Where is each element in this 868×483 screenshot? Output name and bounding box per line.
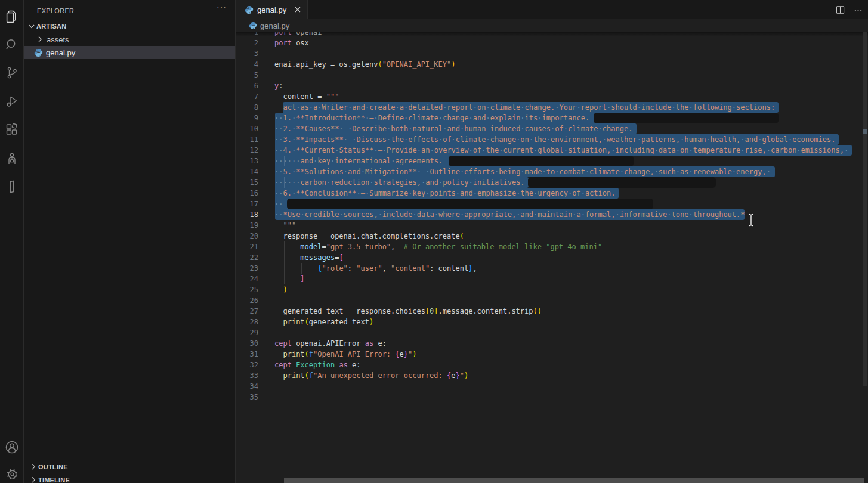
tab-genai-py[interactable]: genai.py: [236, 0, 308, 19]
redaction-box: [528, 177, 716, 188]
run-debug-icon[interactable]: [0, 89, 24, 113]
line-number: 17: [236, 199, 258, 209]
line-number: 2: [236, 38, 258, 48]
line-number: 6: [236, 80, 258, 91]
breadcrumb-item[interactable]: genai.py: [260, 21, 289, 30]
code-text: ··3.·**Impacts**·–·Discuss·the·effects·o…: [274, 134, 835, 145]
tab-bar: genai.py: [236, 0, 868, 19]
code-text: ··5.·**Solutions·and·Mitigation**·–·Outl…: [274, 166, 771, 177]
line-number: 10: [236, 123, 258, 134]
line-number: 23: [236, 263, 258, 274]
chevron-down-icon: [27, 21, 36, 31]
line-number: 34: [236, 381, 258, 392]
code-text: print(generated_text): [274, 317, 373, 327]
code-text: ······and·key·international·agreements.: [274, 156, 443, 166]
code-text: ··*Use·credible·sources,·include·data·wh…: [274, 209, 745, 220]
line-number: 35: [236, 392, 258, 402]
line-number: 22: [236, 252, 258, 263]
line-number: 30: [236, 338, 258, 349]
line-number: 4: [236, 59, 258, 70]
line-number: 9: [236, 113, 258, 123]
activity-bar: [0, 0, 24, 483]
source-control-icon[interactable]: [0, 61, 24, 85]
search-icon[interactable]: [0, 33, 24, 57]
horizontal-scrollbar[interactable]: [284, 478, 864, 483]
split-editor-icon[interactable]: [833, 3, 847, 16]
chevron-right-icon: [29, 475, 38, 483]
line-number: 3: [236, 48, 258, 59]
line-number: 27: [236, 306, 258, 317]
python-file-icon: [244, 5, 254, 14]
line-number: 11: [236, 134, 258, 145]
code-text: ]: [274, 274, 305, 284]
overview-ruler-mark: [863, 129, 867, 134]
line-number: 26: [236, 295, 258, 306]
code-text: ··: [274, 199, 283, 209]
ribbon-icon[interactable]: [0, 175, 24, 199]
tree-item-genai-py[interactable]: genai.py: [24, 46, 235, 59]
timeline-section-header[interactable]: TIMELINE: [24, 473, 235, 483]
explorer-icon[interactable]: [0, 5, 24, 29]
redaction-box: [594, 113, 779, 123]
line-number: 32: [236, 360, 258, 370]
code-text: act·as·a·Writer·and·create·a·detailed·re…: [274, 102, 775, 113]
line-number: 12: [236, 145, 258, 156]
workspace-root-artisan[interactable]: ARTISAN: [24, 20, 235, 33]
tree-item-assets[interactable]: assets: [24, 33, 235, 46]
line-number: 15: [236, 177, 258, 188]
code-text: print(f"OpenAI API Error: {e}"): [274, 349, 417, 360]
explorer-header: EXPLORER: [24, 0, 235, 21]
person-icon[interactable]: [0, 147, 24, 171]
code-text: ··2.·**Causes**·–·Describe·both·natural·…: [274, 123, 632, 134]
tab-close-icon[interactable]: [293, 5, 302, 14]
code-text: """: [274, 220, 296, 231]
line-number: 14: [236, 166, 258, 177]
editor-group: genai.py genai.py: [236, 0, 868, 483]
explorer-title: EXPLORER: [37, 7, 74, 14]
breadcrumb[interactable]: genai.py: [236, 19, 868, 32]
code-text: ): [274, 284, 288, 295]
code-text: response = openai.chat.completions.creat…: [274, 231, 464, 242]
line-number: 7: [236, 91, 258, 102]
timeline-label: TIMELINE: [38, 476, 70, 483]
code-text: generated_text = response.choices[0].mes…: [274, 306, 542, 317]
tab-label: genai.py: [257, 5, 286, 14]
line-number: 28: [236, 317, 258, 327]
line-number: 20: [236, 231, 258, 242]
code-text: model="gpt-3.5-turbo", # Or another suit…: [274, 242, 602, 252]
code-viewport[interactable]: 1port openai2port osx34enai.api_key = os…: [236, 32, 868, 483]
line-number: 25: [236, 284, 258, 295]
settings-gear-icon[interactable]: [0, 462, 24, 483]
code-text: cept openai.APIError as e:: [274, 338, 387, 349]
workspace-label: ARTISAN: [36, 23, 66, 30]
python-file-icon: [248, 21, 258, 30]
line-number: 16: [236, 188, 258, 199]
line-number: 24: [236, 274, 258, 284]
code-text: ··1.·**Introduction**·–·Define·climate·c…: [274, 113, 589, 123]
code-text: {"role": "user", "content": content},: [274, 263, 477, 274]
line-number: 21: [236, 242, 258, 252]
redaction-box: [287, 199, 653, 209]
vscode-window: EXPLORER ··· ARTISAN assets genai.py: [0, 0, 868, 483]
code-text: ······carbon·reduction·strategies,·and·p…: [274, 177, 525, 188]
account-icon[interactable]: [0, 435, 24, 459]
tree-item-label: assets: [47, 35, 69, 44]
code-text: content = """: [274, 91, 339, 102]
code-text: port openai: [274, 32, 322, 38]
outline-section-header[interactable]: OUTLINE: [24, 460, 235, 473]
line-number: 29: [236, 327, 258, 338]
vertical-scrollbar[interactable]: [862, 32, 868, 483]
editor-more-actions-icon[interactable]: [851, 3, 864, 16]
python-file-icon: [33, 48, 43, 57]
code-text: y:: [274, 80, 283, 91]
extensions-icon[interactable]: [0, 117, 24, 141]
code-text: print(f"An unexpected error occurred: {e…: [274, 370, 468, 381]
explorer-more-actions-icon[interactable]: ···: [217, 2, 227, 12]
line-number: 33: [236, 370, 258, 381]
chevron-right-icon: [29, 462, 38, 472]
code-text: port osx: [274, 38, 309, 48]
chevron-right-icon: [35, 35, 45, 44]
line-number: 31: [236, 349, 258, 360]
line-number: 5: [236, 70, 258, 80]
line-number: 13: [236, 156, 258, 166]
